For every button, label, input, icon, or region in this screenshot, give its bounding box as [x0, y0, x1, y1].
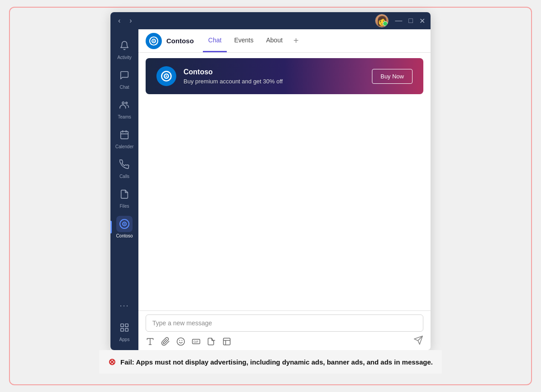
- svg-point-0: [122, 102, 124, 104]
- banner-text: Contoso Buy premium account and get 30% …: [183, 68, 365, 85]
- minimize-button[interactable]: —: [395, 17, 402, 25]
- banner-subtitle: Buy premium account and get 30% off: [183, 78, 365, 85]
- sticker-icon[interactable]: [207, 337, 216, 346]
- files-label: Files: [119, 204, 129, 209]
- app-header: Contoso Chat Events About +: [138, 29, 431, 53]
- tab-about[interactable]: About: [261, 29, 288, 52]
- phone-icon: [116, 156, 133, 173]
- meeting-icon[interactable]: [222, 337, 231, 346]
- sidebar-item-teams[interactable]: Teams: [110, 93, 138, 123]
- bell-icon: [116, 37, 133, 54]
- contoso-label: Contoso: [116, 233, 133, 238]
- svg-rect-2: [121, 132, 128, 139]
- svg-point-18: [165, 75, 167, 77]
- error-message: Fail: Apps must not display advertising,…: [120, 358, 433, 366]
- add-tab-button[interactable]: +: [290, 36, 303, 46]
- teams-window: ‹ › — □ ✕: [110, 12, 431, 350]
- avatar-face: [376, 14, 388, 27]
- svg-rect-12: [125, 328, 128, 331]
- gif-icon[interactable]: GIF: [192, 337, 201, 346]
- calls-label: Calls: [119, 174, 129, 179]
- svg-rect-11: [121, 328, 124, 331]
- sidebar-item-calls[interactable]: Calls: [110, 153, 138, 182]
- svg-rect-10: [125, 324, 128, 327]
- error-icon: ⊗: [108, 356, 116, 367]
- svg-point-15: [153, 40, 155, 41]
- activity-label: Activity: [117, 55, 132, 60]
- sidebar-item-files[interactable]: Files: [110, 182, 138, 212]
- close-button[interactable]: ✕: [419, 17, 425, 25]
- error-bar: ⊗ Fail: Apps must not display advertisin…: [99, 350, 442, 374]
- outer-wrapper: ‹ › — □ ✕: [9, 7, 532, 385]
- svg-point-8: [124, 223, 125, 225]
- emoji-icon[interactable]: [176, 337, 185, 346]
- files-icon: [116, 186, 133, 202]
- banner-title: Contoso: [183, 68, 365, 76]
- sidebar-item-chat[interactable]: Chat: [110, 64, 138, 93]
- app-body: Activity Chat: [110, 29, 431, 350]
- app-logo: [146, 33, 162, 49]
- teams-icon: [116, 97, 133, 113]
- more-apps-button[interactable]: ···: [119, 296, 129, 316]
- message-input-area: Type a new message: [138, 310, 431, 350]
- apps-icon: [116, 319, 133, 336]
- title-bar-nav: ‹ ›: [116, 16, 134, 26]
- svg-text:GIF: GIF: [193, 340, 198, 343]
- tab-chat[interactable]: Chat: [203, 29, 227, 52]
- sidebar-item-contoso[interactable]: Contoso: [110, 212, 138, 242]
- buy-now-button[interactable]: Buy Now: [372, 69, 413, 84]
- sidebar-item-calendar[interactable]: Calender: [110, 123, 138, 153]
- chat-label: Chat: [119, 85, 129, 90]
- maximize-button[interactable]: □: [408, 17, 413, 25]
- banner: Contoso Buy premium account and get 30% …: [146, 58, 423, 94]
- title-bar: ‹ › — □ ✕: [110, 12, 431, 29]
- teams-label: Teams: [118, 114, 131, 119]
- contoso-sidebar-icon: [116, 216, 133, 232]
- sidebar-item-activity[interactable]: Activity: [110, 34, 138, 64]
- chat-area: [138, 100, 431, 310]
- chat-icon: [116, 67, 133, 83]
- banner-logo: [156, 66, 176, 86]
- sidebar: Activity Chat: [110, 29, 138, 350]
- svg-point-1: [126, 102, 128, 104]
- calendar-icon: [116, 127, 133, 143]
- message-input-box[interactable]: Type a new message: [146, 315, 423, 332]
- sidebar-item-apps[interactable]: Apps: [110, 316, 138, 346]
- svg-rect-24: [224, 338, 230, 345]
- nav-back-button[interactable]: ‹: [116, 16, 123, 26]
- svg-rect-9: [121, 324, 124, 327]
- title-bar-controls: — □ ✕: [375, 14, 425, 27]
- nav-forward-button[interactable]: ›: [127, 16, 134, 26]
- app-tabs: Chat Events About +: [203, 29, 303, 52]
- svg-point-19: [177, 337, 185, 345]
- avatar[interactable]: [375, 14, 389, 27]
- format-text-icon[interactable]: [146, 337, 155, 346]
- send-button[interactable]: [413, 335, 423, 347]
- main-content: Contoso Chat Events About +: [138, 29, 431, 350]
- attach-icon[interactable]: [161, 337, 170, 346]
- apps-label: Apps: [119, 337, 130, 342]
- tab-events[interactable]: Events: [229, 29, 259, 52]
- calendar-label: Calender: [115, 144, 134, 149]
- app-name: Contoso: [166, 37, 194, 45]
- message-toolbar: GIF: [146, 334, 423, 348]
